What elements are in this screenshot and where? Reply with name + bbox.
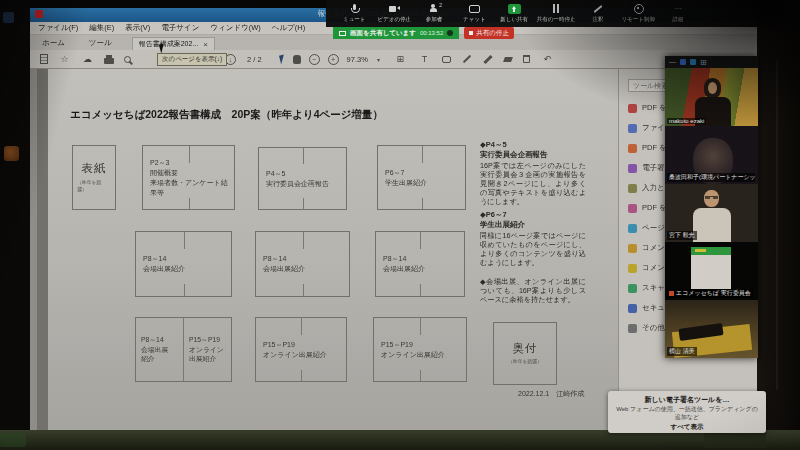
page-view-icon[interactable]: ⊞	[394, 53, 407, 66]
page-box-text: P15～P19 オンライン出展紹介	[381, 339, 445, 359]
notification-body: Web フォームの使用、一括送信、ブランディングの追加など	[615, 406, 759, 421]
menu-item-edit[interactable]: 編集(E)	[89, 23, 114, 33]
shared-screen-thumbnail	[691, 247, 731, 289]
windows-taskbar[interactable]	[0, 430, 800, 450]
note-heading: ◆P6～7	[480, 210, 586, 220]
page-box-text: P8～14 会場出展紹介	[263, 254, 305, 274]
page-box-text: P8～14 会場出展紹介	[143, 254, 185, 274]
new-share-button[interactable]: 新しい共有	[495, 1, 533, 27]
menu-item-help[interactable]: ヘルプ(H)	[272, 23, 305, 33]
tab-tools[interactable]: ツール	[77, 36, 124, 50]
document-area: エコメッセちば2022報告書構成 20P案（昨年より4ページ増量） 表紙 （昨年…	[30, 69, 762, 432]
page-box-text: P4～5 実行委員会企画報告	[266, 168, 329, 188]
page-indicator[interactable]: 2 / 2	[247, 55, 262, 64]
menu-item-view[interactable]: 表示(V)	[125, 23, 150, 33]
search-icon[interactable]	[124, 56, 131, 63]
participant-name: 横山 清美	[667, 347, 697, 356]
close-tab-icon[interactable]: ×	[203, 40, 208, 49]
chat-button[interactable]: チャット	[455, 1, 493, 27]
gallery-view-icon[interactable]: ⊞	[700, 58, 707, 67]
participant-name: 桑波田和子(環境パートナーシッ...	[667, 173, 755, 182]
highlighter-icon[interactable]	[483, 54, 492, 63]
trash-icon[interactable]	[523, 55, 530, 63]
nav-pane-rail[interactable]	[37, 69, 48, 432]
zoom-button-label: 注釈	[593, 15, 604, 23]
camera-icon	[388, 4, 400, 14]
participant-name: エコメッセちば 実行委員会	[667, 289, 753, 298]
star-icon[interactable]: ☆	[58, 53, 71, 66]
page-thumbnails-icon[interactable]	[40, 54, 48, 64]
sharing-timer: 00:13:52	[420, 30, 443, 36]
minimize-icon[interactable]: —	[669, 60, 676, 64]
mute-button[interactable]: ミュート	[335, 1, 373, 27]
stop-video-button[interactable]: ビデオの停止	[375, 1, 413, 27]
note-heading: ◆P4～5	[480, 140, 586, 150]
note-subheading: 実行委員会企画報告	[480, 150, 586, 160]
video-tile[interactable]: 宮下 毅光	[665, 184, 758, 242]
pause-share-button[interactable]: 共有の一時停止	[535, 1, 577, 27]
create-pdf-icon	[628, 144, 637, 153]
page-box-p15-19: P15～P19 オンライン出展紹介	[255, 317, 347, 382]
desktop-icon[interactable]	[4, 146, 19, 161]
record-dot-icon	[447, 30, 453, 36]
note-body: 16P案では左ページのみにした実行委員会３企画の実施報告を見開き2ページにし、よ…	[480, 161, 586, 206]
chat-icon	[468, 4, 480, 14]
tab-home[interactable]: ホーム	[30, 36, 77, 50]
menu-item-file[interactable]: ファイル(F)	[38, 23, 78, 33]
esign-notification: 新しい電子署名ツールを… Web フォームの使用、一括送信、ブランディングの追加…	[608, 391, 766, 433]
participants-button[interactable]: 2参加者	[415, 1, 453, 27]
tab-document[interactable]: 報告書構成案202... ×	[132, 37, 215, 50]
undo-icon[interactable]: ↶	[541, 53, 554, 66]
stamp-icon	[628, 264, 637, 273]
note-p6-7: ◆P6～7 学生出展紹介 同様に16ページ案ではページに収めていたものをページに…	[480, 210, 586, 267]
menu-item-window[interactable]: ウィンドウ(W)	[210, 23, 260, 33]
chevron-down-icon[interactable]: ▾	[377, 56, 380, 63]
page-box-text: P8～14 会場出展 紹介	[136, 318, 183, 381]
note-body: 同様に16ページ案ではページに収めていたものをページにし、より多くのコンテンツを…	[480, 231, 586, 267]
participants-icon: 2	[428, 4, 440, 14]
menu-item-esign[interactable]: 電子サイン	[161, 23, 199, 33]
zoom-out-icon[interactable]: −	[309, 54, 320, 65]
notification-link[interactable]: すべて表示	[615, 423, 759, 432]
participants-count-badge: 2	[439, 2, 442, 8]
pencil-icon[interactable]	[463, 55, 471, 63]
comment-icon[interactable]	[442, 56, 451, 63]
eraser-icon[interactable]	[503, 57, 513, 62]
print-icon[interactable]	[104, 58, 114, 64]
stop-icon	[469, 31, 473, 35]
text-tool-icon[interactable]: T	[418, 53, 431, 66]
hand-tool-icon[interactable]	[293, 55, 301, 64]
video-tile[interactable]: 横山 清美	[665, 300, 758, 358]
notification-title: 新しい電子署名ツールを…	[615, 395, 759, 405]
thumbnail-text-strip	[695, 249, 706, 252]
scan-ocr-icon	[628, 284, 637, 293]
page-box-p15-19: P15～P19 オンライン出展紹介	[373, 317, 467, 382]
thumbnail-banner	[691, 247, 731, 255]
page-box-p2-3: P2～3 開催概要 来場者数・アンケート結 果等	[142, 145, 235, 210]
select-tool-icon[interactable]	[279, 54, 286, 64]
remote-control-icon	[632, 4, 644, 14]
zoom-button-label: ビデオの停止	[377, 15, 411, 23]
video-tile[interactable]: 桑波田和子(環境パートナーシッ...	[665, 126, 758, 184]
cover-label: 表紙	[82, 161, 107, 176]
zoom-in-icon[interactable]: +	[328, 54, 339, 65]
cloud-share-icon[interactable]: ☁	[81, 53, 94, 66]
start-button[interactable]	[0, 433, 26, 447]
background-wall	[757, 0, 800, 450]
stop-share-button[interactable]: 共有の停止	[464, 27, 514, 39]
zoom-level[interactable]: 97.3%	[347, 55, 368, 64]
share-banner: 画面を共有しています 00:13:52 共有の停止	[333, 27, 514, 39]
annotate-button[interactable]: 注釈	[579, 1, 617, 27]
wall-edge	[776, 60, 778, 390]
glasses	[705, 196, 718, 199]
more-button[interactable]: …詳細	[659, 1, 697, 27]
desktop-icon[interactable]	[3, 12, 14, 23]
video-tile[interactable]: エコメッセちば 実行委員会	[665, 242, 758, 300]
video-tile[interactable]: makoto ezaki	[665, 68, 758, 126]
app-icon	[690, 59, 696, 65]
zoom-panel-header[interactable]: — ⊞	[665, 56, 758, 68]
zoom-button-label: チャット	[463, 15, 486, 23]
remote-control-button[interactable]: リモート制御	[619, 1, 657, 27]
export-pdf-icon	[628, 104, 637, 113]
taskbar-clock	[704, 432, 766, 448]
